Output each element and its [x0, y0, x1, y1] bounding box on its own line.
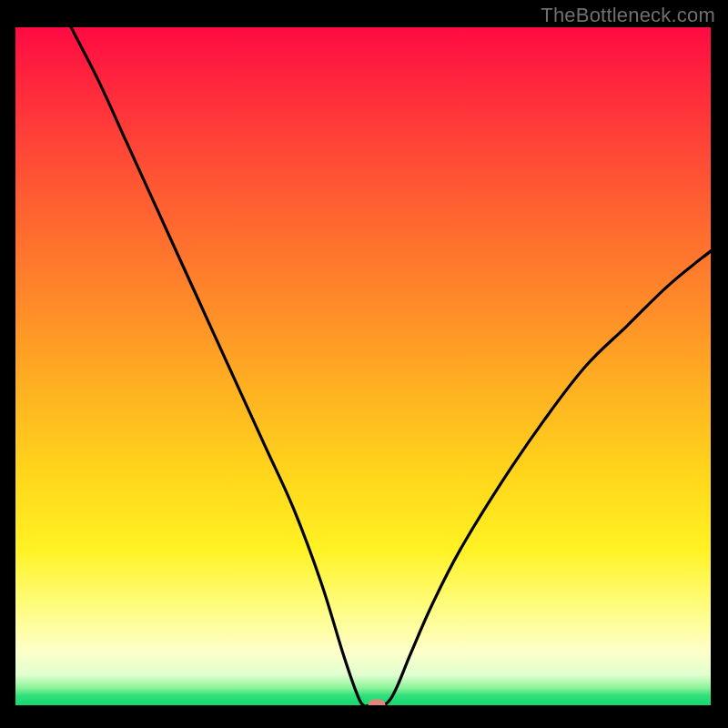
- bottleneck-curve: [15, 27, 711, 705]
- plot-area: [15, 27, 711, 705]
- chart-frame: TheBottleneck.com: [0, 0, 728, 728]
- optimal-point-marker: [369, 700, 386, 706]
- attribution-label: TheBottleneck.com: [541, 4, 715, 27]
